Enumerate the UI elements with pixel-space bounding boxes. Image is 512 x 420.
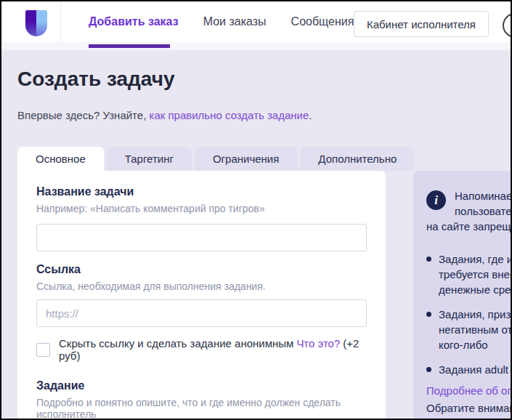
logo-right-half [36,10,47,36]
page-title: Создать задачу [17,67,175,92]
navbar-shadow-strip [1,42,511,50]
note-line: Обратите внимание [426,401,512,416]
how-to-create-task-link[interactable]: как правильно создать задание [150,109,309,121]
list-item-text: Задания adult [439,362,508,377]
intro-suffix: . [309,109,312,121]
hide-link-label: Скрыть ссылку и сделать задание анонимны… [59,337,293,350]
list-item-line: Задания adult [439,362,508,377]
bullet-icon [426,367,431,372]
bullet-icon [426,312,431,317]
info-head-lines: Напоминаем пользователям, что [455,188,512,219]
list-item-line: негативным отн [439,322,512,337]
nav-divider [60,1,61,42]
restrictions-details-link[interactable]: Подробнее об огран [426,383,512,398]
nav-item-messages[interactable]: Сообщения [291,15,354,28]
info-icon: i [426,190,446,210]
hide-link-text: Скрыть ссылку и сделать задание анонимны… [59,337,367,362]
bullet-icon [426,257,431,262]
list-item: Задания, где ис требуется внес денежные … [426,251,512,297]
forbidden-tasks-list: Задания, где ис требуется внес денежные … [426,251,512,377]
info-head: i Напоминаем пользователям, что [426,188,512,219]
list-item: Задания adult [426,362,512,377]
list-item-line: Задания, где ис [439,251,512,267]
task-name-hint: Например: «Написать комментарий про тигр… [36,203,367,214]
performer-cabinet-button[interactable]: Кабинет исполнителя [354,11,489,37]
brand-logo-icon[interactable] [25,10,47,36]
info-line: пользователям, что [455,203,512,219]
logo-left-half [25,10,36,36]
tab-additional[interactable]: Дополнительно [300,147,415,171]
nav-item-my-orders[interactable]: Мои заказы [203,15,267,28]
list-item-line: денежные сред [439,282,512,297]
list-item-line: Задания, призы [439,307,512,322]
task-description-label: Задание [36,379,367,392]
link-input[interactable] [36,299,367,327]
info-line: Напоминаем [455,188,512,203]
top-navbar: Добавить заказ Мои заказы Сообщения Каби… [1,1,511,42]
tab-restrictions[interactable]: Ограничения [195,147,297,171]
tab-targeting[interactable]: Таргетинг [107,147,192,171]
task-form-panel: Название задачи Например: «Написать комм… [17,171,386,420]
what-is-it-link[interactable]: Что это? [296,337,340,350]
form-tabs: Основное Таргетинг Ограничения Дополните… [17,147,415,171]
task-description-hint: Подробно и понятно опишите, что и где им… [36,397,367,420]
task-name-label: Название задачи [36,185,367,198]
list-item-line: требуется внес [439,267,512,282]
hide-link-row: Скрыть ссылку и сделать задание анонимны… [36,337,367,362]
nav-item-add-order[interactable]: Добавить заказ [89,15,179,28]
hide-link-checkbox[interactable] [36,343,50,357]
note-line: скриншота, платна [426,416,512,420]
active-nav-underline-indicator [89,44,170,48]
app-window: Добавить заказ Мои заказы Сообщения Каби… [0,0,512,420]
link-hint: Ссылка, необходимая для выполнения задан… [36,280,367,292]
task-name-input[interactable] [36,224,367,251]
link-label: Ссылка [36,263,367,276]
tab-main[interactable]: Основное [17,147,104,171]
info-line: на сайте запрещено: [426,219,512,234]
intro-prefix: Впервые здесь? Узнайте, [17,109,150,121]
rules-info-panel: i Напоминаем пользователям, что на сайте… [413,171,512,420]
list-item-line: кого-либо [439,337,512,352]
intro-text: Впервые здесь? Узнайте, как правильно со… [17,109,312,121]
list-item: Задания, призы негативным отн кого-либо [426,307,512,352]
main-nav: Добавить заказ Мои заказы Сообщения [89,1,354,42]
list-item-text: Задания, призы негативным отн кого-либо [439,307,512,352]
attention-note: Обратите внимание скриншота, платна [426,401,512,420]
list-item-text: Задания, где ис требуется внес денежные … [439,251,512,297]
